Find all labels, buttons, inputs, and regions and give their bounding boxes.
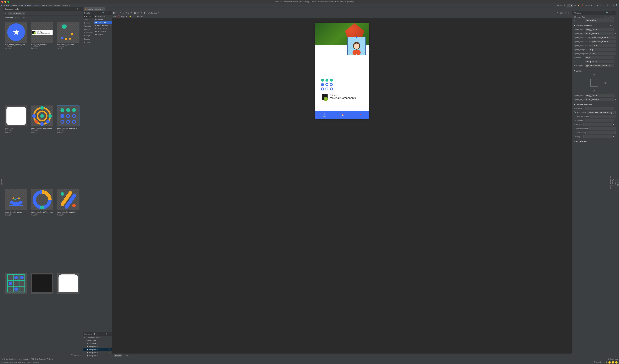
issues-icon[interactable]: ● [570, 12, 571, 14]
palette-item[interactable]: <><fragment> [94, 27, 112, 30]
surface-icon[interactable]: ◧▾ [113, 12, 116, 14]
tree-item[interactable]: ▣imageView3▲ [83, 351, 112, 354]
palette-cat[interactable]: Containers [83, 31, 94, 34]
palette-cat[interactable]: Text [83, 18, 94, 21]
palette-cat[interactable]: Legacy [83, 37, 94, 40]
resource-item[interactable]: ★ btn_pinned_events_thu... Drawable 1 ve… [5, 22, 29, 104]
git-branch[interactable]: Git: master [594, 361, 602, 364]
tree-item[interactable]: ▣imageView2● [83, 345, 112, 348]
selected-imageview[interactable] [348, 37, 366, 55]
resource-item[interactable]: event_header_afterhours Drawable 1 versi… [31, 106, 55, 188]
sync-icon[interactable]: ⇆ [557, 4, 559, 6]
palette-item[interactable]: AbTextView [94, 15, 112, 18]
vcs-commit-icon[interactable]: ✓ [603, 4, 605, 6]
minimize-window-icon[interactable] [4, 1, 6, 3]
design-tab[interactable]: Design [114, 354, 122, 357]
resource-item[interactable] [31, 273, 55, 351]
constraint-widget[interactable]: 8 32 0 [582, 74, 606, 92]
zoom-out-icon[interactable]: ⊖ [77, 354, 79, 356]
device-preview[interactable]: 32 Built with Material Components [315, 23, 369, 119]
resize-handle[interactable] [347, 45, 348, 47]
guidelines-icon[interactable]: Ⅰ▾ [141, 15, 143, 18]
palette-item[interactable]: ≡RecyclerView⬇ [94, 24, 112, 27]
palette-item[interactable]: ▤ScrollView [94, 30, 112, 33]
resize-handle[interactable] [356, 54, 357, 55]
resource-item[interactable]: event_header_sandbox Drawable 1 version [57, 189, 81, 271]
tab-drawable[interactable]: Drawable [5, 16, 13, 19]
text-tab[interactable]: Text [125, 354, 128, 356]
tree-item[interactable]: ▣imageView▲ [83, 348, 112, 351]
terminal-tool-button[interactable]: ▣ Terminal [37, 358, 45, 360]
search-icon[interactable]: 🔍 [102, 12, 105, 14]
tree-root[interactable]: ◫ConstraintLayout [83, 336, 112, 339]
api-icon[interactable]: 🤖 [134, 12, 136, 14]
palette-cat[interactable]: Common [83, 15, 94, 18]
vcs-history-icon[interactable]: ↺ [606, 4, 608, 6]
attr-value[interactable] [583, 123, 612, 126]
zoom-fit-icon[interactable]: ⊡ [567, 12, 569, 14]
any-build-button[interactable]: Any Build [617, 7, 619, 357]
todo-tool-button[interactable]: ✓ TODO [29, 358, 36, 360]
info-icon[interactable]: ⓘ [324, 113, 325, 115]
view-options-icon[interactable]: 👁▾ [113, 15, 116, 18]
orientation-icon[interactable]: ⟳▾ [119, 12, 121, 14]
resize-handle[interactable] [356, 36, 357, 38]
add-icon[interactable]: ＋ [4, 12, 6, 14]
gear-icon[interactable]: ⚙ [77, 8, 79, 10]
structure-icon[interactable]: ▦ [613, 4, 614, 6]
resource-item[interactable]: dialog_bg Drawable 1 version [5, 106, 29, 188]
search-icon[interactable]: 🔍 [616, 4, 618, 6]
resource-item[interactable]: Built withMaterial Components built_with… [31, 22, 55, 104]
tree-item[interactable]: ≡navigation [83, 339, 112, 342]
grid-view-icon[interactable]: ▦ [74, 354, 76, 356]
filter-icon[interactable]: ▾ [81, 12, 82, 14]
device-explorer-button[interactable]: Device File Explorer [609, 7, 612, 357]
resource-item[interactable]: event_header_meals Drawable 1 version [5, 189, 29, 271]
zoom-window-icon[interactable] [7, 1, 9, 3]
debug-icon[interactable]: 🐞 [581, 4, 584, 6]
minimize-icon[interactable]: — [109, 333, 111, 335]
gear-icon[interactable]: ⚙ [106, 12, 108, 14]
build-tool-button[interactable]: 🔨 Build [47, 358, 53, 360]
resource-item[interactable]: event_header_codelabs Drawable 1 version [57, 106, 81, 188]
module-dropdown[interactable]: Module: mobile [8, 12, 25, 15]
search-icon[interactable]: 🔍 [606, 12, 608, 14]
sdk-icon[interactable]: ⬇ [563, 4, 565, 6]
vcs-tool-button[interactable]: ⌥ 9: Version Control [1, 358, 18, 360]
theme-icon[interactable]: ◑ [144, 12, 145, 14]
logcat-tool-button[interactable]: ≡ 6: Logcat [19, 358, 28, 360]
palette-item[interactable]: ⊙Switch [94, 33, 112, 36]
gear-icon[interactable]: ⚙ [106, 333, 108, 335]
palette-cat[interactable]: Layouts [83, 28, 94, 31]
avd-icon[interactable]: ▤ [560, 4, 562, 6]
tree-item[interactable]: ✕snackbar [83, 342, 112, 345]
clear-constraints-icon[interactable]: ✕ [126, 15, 127, 18]
tab-layout[interactable]: Layout [22, 16, 28, 19]
list-view-icon[interactable]: ☰ [71, 354, 73, 356]
preview-material-card[interactable]: Built with Material Components [320, 92, 365, 102]
resources-tool-button[interactable]: Resources [0, 7, 1, 357]
run-config-dropdown[interactable]: tv [567, 4, 573, 7]
stop-icon[interactable]: ■ [591, 4, 592, 6]
default-margin[interactable]: 8dp [121, 16, 124, 18]
preview-imageview3[interactable] [320, 78, 334, 91]
project-tool-button[interactable]: 1: Project [1, 7, 3, 357]
vcs-update-icon[interactable]: ✓ [600, 4, 602, 6]
autoconnect-icon[interactable]: 🧲 [117, 15, 120, 18]
assistant-button[interactable]: Assistant [612, 7, 614, 357]
location-icon[interactable]: 📍 [359, 114, 361, 116]
profile-icon[interactable]: ◔ [585, 4, 587, 6]
apply-changes-icon[interactable]: ⚡ [577, 4, 580, 6]
resource-item[interactable] [57, 273, 81, 351]
design-surface[interactable]: 32 Built with Material Components [112, 18, 572, 353]
attach-icon[interactable]: ⎋ [588, 4, 590, 6]
palette-item[interactable]: ▣ImageView [94, 21, 112, 24]
tree-item[interactable]: ▣imageView4● [83, 354, 112, 357]
bottom-nav[interactable]: ⓘInfo 📅 📍 [315, 111, 369, 119]
gradle-button[interactable]: Gradle [614, 7, 617, 357]
tab-color[interactable]: Color [15, 16, 19, 19]
close-tab-icon[interactable]: × [102, 8, 103, 10]
lock-icon[interactable]: 🔒 [606, 361, 607, 364]
resize-handle[interactable] [365, 45, 366, 47]
infer-icon[interactable]: ✨ [129, 15, 131, 18]
